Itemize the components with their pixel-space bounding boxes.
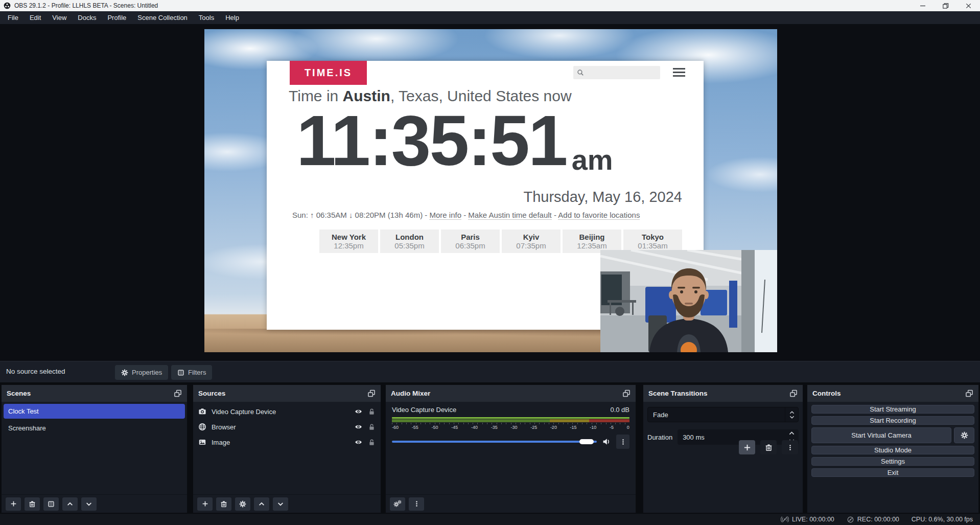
menu-profile[interactable]: Profile bbox=[102, 11, 132, 24]
menu-file[interactable]: File bbox=[2, 11, 24, 24]
dock-area: Scenes Clock Test Screenshare Sources Vi… bbox=[0, 382, 980, 514]
duration-label: Duration bbox=[647, 433, 672, 441]
popout-icon[interactable] bbox=[174, 390, 182, 397]
mixer-menu-button[interactable] bbox=[409, 497, 424, 511]
popout-icon[interactable] bbox=[965, 390, 973, 397]
lock-icon[interactable] bbox=[368, 423, 376, 431]
sources-toolbar bbox=[193, 494, 381, 513]
rec-status: REC: 00:00:00 bbox=[847, 516, 899, 523]
scene-filters-button[interactable] bbox=[43, 497, 59, 511]
chevron-up-icon bbox=[66, 500, 74, 508]
chevron-up-icon bbox=[258, 500, 265, 508]
gear-icon bbox=[121, 369, 128, 376]
window-titlebar: OBS 29.1.2 - Profile: LLHLS BETA - Scene… bbox=[0, 0, 980, 11]
start-recording-button[interactable]: Start Recording bbox=[811, 416, 974, 425]
make-default-link: Make Austin time default bbox=[468, 211, 551, 220]
source-move-down-button[interactable] bbox=[273, 497, 288, 511]
settings-button[interactable]: Settings bbox=[811, 457, 974, 466]
volume-slider[interactable] bbox=[392, 441, 597, 443]
start-streaming-button[interactable]: Start Streaming bbox=[811, 405, 974, 414]
advanced-audio-button[interactable] bbox=[390, 497, 405, 511]
filter-icon bbox=[48, 500, 55, 508]
scene-canvas[interactable]: TIME.IS Time in Austin, Texas, United St… bbox=[204, 29, 777, 352]
eye-icon[interactable] bbox=[354, 408, 363, 416]
menu-view[interactable]: View bbox=[46, 11, 72, 24]
meter-scale-band bbox=[392, 419, 629, 422]
menu-tools[interactable]: Tools bbox=[193, 11, 220, 24]
scene-item-screenshare[interactable]: Screenshare bbox=[4, 421, 185, 436]
restore-icon bbox=[942, 2, 949, 10]
controls-header: Controls bbox=[807, 385, 978, 402]
volume-slider-handle[interactable] bbox=[579, 439, 594, 444]
controls-panel: Controls Start Streaming Start Recording… bbox=[807, 384, 979, 513]
image-icon bbox=[198, 438, 206, 446]
trash-icon bbox=[29, 500, 36, 508]
add-scene-button[interactable] bbox=[6, 497, 21, 511]
popout-icon[interactable] bbox=[622, 390, 631, 397]
close-icon bbox=[965, 2, 972, 10]
meter-level-bar bbox=[392, 417, 629, 419]
dots-vertical-icon bbox=[620, 438, 626, 446]
clock-time: 11:35:51 bbox=[296, 105, 567, 176]
plus-icon bbox=[10, 500, 17, 507]
globe-icon bbox=[198, 423, 206, 431]
scene-transitions-panel: Scene Transitions Fade Duration 300 ms bbox=[643, 384, 803, 513]
remove-scene-button[interactable] bbox=[25, 497, 40, 511]
timeis-search-box bbox=[573, 66, 660, 79]
obs-logo-icon bbox=[4, 2, 11, 9]
transition-select[interactable]: Fade bbox=[647, 407, 799, 422]
source-status-text: No source selected bbox=[6, 368, 65, 375]
source-item-browser[interactable]: Browser bbox=[193, 419, 381, 435]
menu-help[interactable]: Help bbox=[220, 11, 245, 24]
webcam-source[interactable] bbox=[600, 250, 777, 352]
lock-icon[interactable] bbox=[368, 439, 376, 446]
scenes-panel-header: Scenes bbox=[2, 385, 187, 402]
speaker-icon[interactable] bbox=[602, 438, 611, 446]
source-item-image[interactable]: Image bbox=[193, 435, 381, 450]
menu-edit[interactable]: Edit bbox=[24, 11, 46, 24]
scenes-toolbar bbox=[2, 494, 187, 513]
studio-mode-button[interactable]: Studio Mode bbox=[811, 446, 974, 454]
scene-move-down-button[interactable] bbox=[81, 497, 97, 511]
virtual-camera-config-button[interactable] bbox=[954, 427, 974, 443]
popout-icon[interactable] bbox=[367, 390, 376, 397]
transition-menu-button[interactable] bbox=[782, 440, 798, 454]
properties-button[interactable]: Properties bbox=[115, 365, 168, 380]
remove-transition-button[interactable] bbox=[760, 440, 777, 454]
record-disc-icon bbox=[847, 516, 854, 523]
filter-icon bbox=[177, 369, 184, 376]
audio-mixer-panel: Audio Mixer Video Capture Device 0.0 dB … bbox=[385, 384, 636, 513]
start-virtual-camera-button[interactable]: Start Virtual Camera bbox=[811, 427, 951, 443]
scene-move-up-button[interactable] bbox=[62, 497, 78, 511]
preview-area: TIME.IS Time in Austin, Texas, United St… bbox=[0, 24, 980, 361]
remove-source-button[interactable] bbox=[216, 497, 231, 511]
source-properties-button[interactable] bbox=[235, 497, 250, 511]
add-transition-button[interactable] bbox=[739, 440, 755, 454]
minimize-icon bbox=[919, 2, 927, 10]
scene-item-clock-test[interactable]: Clock Test bbox=[4, 404, 185, 419]
minimize-button[interactable] bbox=[911, 0, 934, 11]
timeis-date: Thursday, May 16, 2024 bbox=[523, 189, 682, 206]
restore-button[interactable] bbox=[934, 0, 957, 11]
menu-docks[interactable]: Docks bbox=[72, 11, 102, 24]
eye-icon[interactable] bbox=[354, 439, 363, 446]
transition-buttons bbox=[739, 440, 798, 454]
trash-icon bbox=[220, 500, 227, 508]
chevron-up-icon[interactable] bbox=[789, 431, 795, 435]
select-chevrons bbox=[785, 407, 798, 422]
mixer-channel-menu-button[interactable] bbox=[616, 435, 629, 449]
menu-scene-collection[interactable]: Scene Collection bbox=[132, 11, 193, 24]
source-move-up-button[interactable] bbox=[254, 497, 269, 511]
city-card: London05:35pm bbox=[380, 230, 439, 253]
sources-panel: Sources Video Capture Device Browser Ima… bbox=[193, 384, 381, 513]
transitions-header: Scene Transitions bbox=[643, 385, 803, 402]
source-item-video-capture[interactable]: Video Capture Device bbox=[193, 404, 381, 419]
lock-icon[interactable] bbox=[368, 408, 376, 416]
popout-icon[interactable] bbox=[789, 390, 798, 397]
eye-icon[interactable] bbox=[354, 423, 363, 431]
add-source-button[interactable] bbox=[197, 497, 213, 511]
exit-button[interactable]: Exit bbox=[811, 468, 974, 477]
close-button[interactable] bbox=[957, 0, 980, 11]
filters-button[interactable]: Filters bbox=[171, 365, 212, 380]
volume-meter: -60-55-50-45-40-35-30-25-20-15-10-50 bbox=[392, 417, 629, 430]
